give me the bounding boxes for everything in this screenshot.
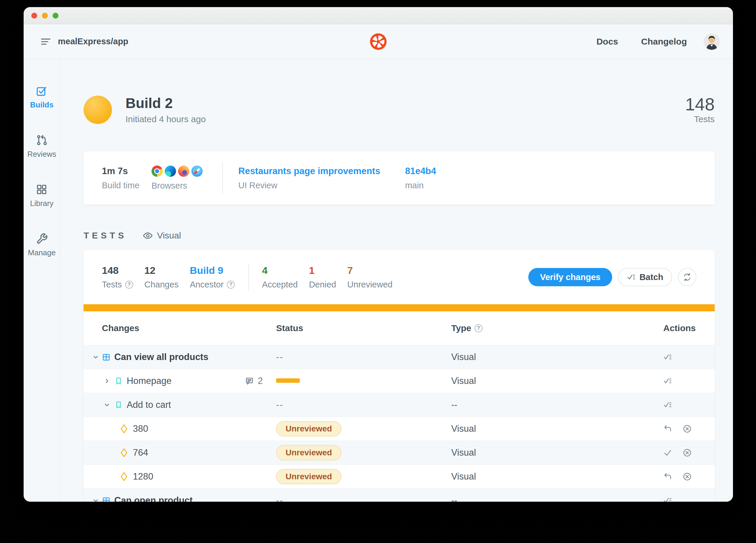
browser-icons	[151, 166, 219, 177]
undo-icon[interactable]	[663, 472, 672, 481]
column-actions: Actions	[663, 323, 696, 333]
app-logo-icon[interactable]	[370, 33, 387, 50]
build-status-circle	[84, 96, 112, 124]
stat-ancestor: Build 9 Ancestor?	[190, 265, 235, 289]
batch-check-icon	[627, 273, 636, 281]
reject-icon[interactable]	[683, 472, 692, 481]
refresh-button[interactable]	[678, 268, 696, 286]
app-header: mealExpress/app Docs Changelog	[24, 24, 733, 59]
commit-hash-link[interactable]: 81e4b4	[405, 166, 436, 177]
undo-icon[interactable]	[663, 424, 672, 433]
chevron-down-icon[interactable]	[92, 353, 100, 361]
sidebar-item-builds[interactable]: Builds	[30, 85, 53, 110]
build-header: Build 2 Initiated 4 hours ago 148 Tests	[84, 95, 715, 124]
status-badge: Unreviewed	[276, 421, 341, 436]
type-value: Visual	[451, 471, 663, 482]
reject-icon[interactable]	[683, 448, 692, 457]
ancestor-build-link[interactable]: Build 9	[190, 265, 235, 276]
table-row[interactable]: 380UnreviewedVisual	[84, 417, 715, 441]
chrome-browser-icon	[151, 166, 163, 177]
diamond-icon	[119, 424, 129, 434]
stat-accepted: 4 Accepted	[262, 265, 298, 289]
status-progress-bar	[276, 378, 300, 383]
table-grid-icon	[102, 496, 110, 502]
close-window-button[interactable]	[31, 13, 37, 19]
app-window: mealExpress/app Docs Changelog	[24, 7, 733, 502]
browsers: Browsers	[151, 166, 219, 191]
table-row[interactable]: 764UnreviewedVisual	[84, 441, 715, 464]
batch-button[interactable]: Batch	[618, 268, 672, 286]
tests-heading-label: TESTS	[84, 231, 127, 241]
header-nav: Docs Changelog	[573, 33, 720, 50]
stat-unreviewed: 7 Unreviewed	[347, 265, 392, 289]
sidebar-item-manage[interactable]: Manage	[28, 233, 56, 257]
refresh-icon	[683, 273, 692, 281]
status-badge: Unreviewed	[276, 469, 341, 484]
batch-icon[interactable]	[663, 496, 672, 502]
tests-total-count: 148	[685, 95, 715, 114]
repo-name[interactable]: mealExpress/app	[58, 37, 128, 46]
divider	[248, 264, 249, 291]
main-content: Build 2 Initiated 4 hours ago 148 Tests …	[60, 59, 733, 502]
review-info: Restaurants page improvements UI Review	[238, 166, 380, 190]
nav-docs[interactable]: Docs	[597, 37, 618, 47]
browsers-label: Browsers	[151, 181, 219, 191]
divider	[222, 162, 223, 194]
chevron-right-icon[interactable]	[103, 377, 111, 385]
commit-info: 81e4b4 main	[405, 166, 436, 190]
stat-changes: 12 Changes	[144, 265, 179, 289]
window-titlebar	[24, 7, 733, 24]
menu-icon[interactable]	[40, 36, 51, 47]
minimize-window-button[interactable]	[42, 13, 48, 19]
bookmark-icon	[114, 377, 123, 385]
status-badge: Unreviewed	[276, 445, 341, 460]
library-grid-icon	[36, 184, 48, 195]
comments-indicator[interactable]: 2	[245, 376, 263, 386]
eye-icon	[143, 231, 153, 241]
sidebar-item-reviews[interactable]: Reviews	[27, 134, 56, 159]
tests-filter-visual[interactable]: Visual	[157, 231, 181, 241]
help-icon[interactable]: ?	[125, 280, 133, 288]
build-time-value: 1m 7s	[102, 166, 151, 177]
type-value: --	[451, 495, 663, 502]
column-status: Status	[276, 323, 451, 333]
table-row[interactable]: Add to cart----	[84, 393, 715, 417]
build-summary-bar: 148 Tests? 12 Changes Build 9 Ancestor? …	[84, 250, 715, 304]
tests-total: 148 Tests	[685, 95, 715, 124]
chevron-down-icon[interactable]	[92, 497, 100, 502]
tests-section-heading: TESTS Visual	[84, 231, 715, 241]
status-empty: --	[276, 495, 283, 502]
review-title-link[interactable]: Restaurants page improvements	[238, 166, 380, 177]
type-value: Visual	[451, 352, 663, 362]
build-progress-strip	[84, 304, 715, 311]
sidebar-item-library[interactable]: Library	[30, 184, 53, 208]
user-avatar[interactable]	[703, 33, 720, 50]
commit-branch: main	[405, 181, 436, 190]
stat-tests: 148 Tests?	[102, 265, 133, 289]
wrench-icon	[36, 233, 48, 245]
reject-icon[interactable]	[683, 424, 692, 433]
zoom-window-button[interactable]	[53, 13, 58, 19]
firefox-browser-icon	[178, 166, 189, 177]
help-icon[interactable]: ?	[227, 280, 235, 288]
chevron-down-icon[interactable]	[103, 401, 111, 409]
batch-icon[interactable]	[663, 376, 672, 385]
table-row[interactable]: Can open product----	[84, 488, 715, 502]
diamond-icon	[119, 472, 129, 482]
verify-changes-button[interactable]: Verify changes	[528, 268, 612, 286]
batch-icon[interactable]	[663, 353, 672, 361]
table-row[interactable]: 1280UnreviewedVisual	[84, 464, 715, 488]
column-changes: Changes	[84, 323, 276, 333]
help-icon[interactable]: ?	[475, 324, 483, 332]
build-initiated: Initiated 4 hours ago	[126, 114, 206, 124]
nav-changelog[interactable]: Changelog	[641, 37, 687, 47]
changes-table: Can view all products--VisualHomepage2Vi…	[84, 345, 715, 502]
git-review-icon	[36, 134, 48, 146]
batch-icon[interactable]	[663, 400, 672, 409]
table-row[interactable]: Homepage2Visual	[84, 369, 715, 393]
type-value: Visual	[451, 447, 663, 458]
bookmark-icon	[114, 401, 123, 409]
build-time-label: Build time	[102, 181, 151, 190]
accept-icon[interactable]	[663, 448, 672, 457]
table-row[interactable]: Can view all products--Visual	[84, 345, 715, 369]
